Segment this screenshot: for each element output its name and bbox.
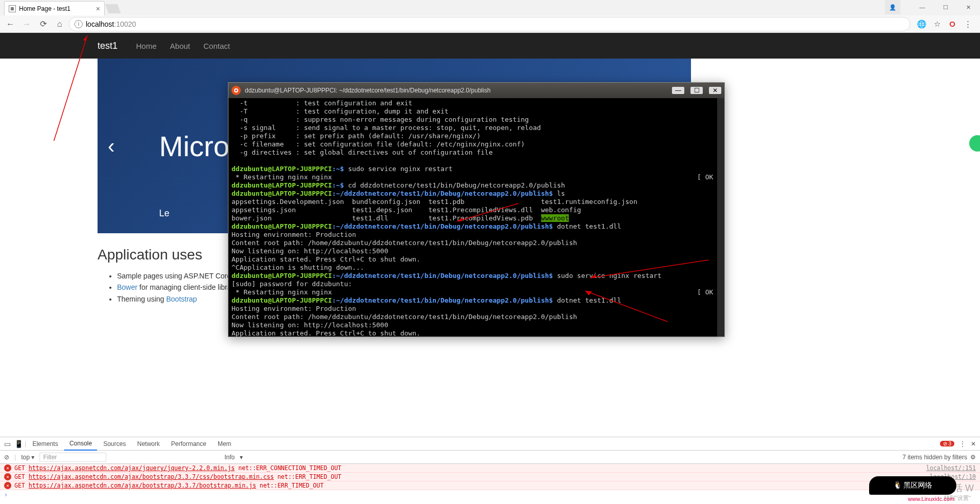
browser-toolbar: ← → ⟳ ⌂ i localhost:10020 🌐 ☆ O ⋮ xyxy=(0,15,980,33)
terminal-window[interactable]: ddzubuntu@LAPTOP-JU8PPPCI: ~/ddzdotnetco… xyxy=(228,82,725,337)
term-minimize-icon[interactable]: — xyxy=(672,87,684,94)
site-info-icon[interactable]: i xyxy=(74,20,83,28)
term-maximize-icon[interactable]: ☐ xyxy=(690,87,703,94)
console-error-row[interactable]: ✕ GET https://ajax.aspnetcdn.com/ajax/jq… xyxy=(0,464,980,473)
console-output: ✕ GET https://ajax.aspnetcdn.com/ajax/jq… xyxy=(0,464,980,499)
terminal-output[interactable]: -t : test configuration and exit -T : te… xyxy=(228,98,724,337)
home-button[interactable]: ⌂ xyxy=(52,17,67,31)
tab-sources[interactable]: Sources xyxy=(98,437,131,451)
console-filter-bar: ⊘ | top ▾ Filter Info ▾ 7 items hidden b… xyxy=(0,451,980,464)
inspect-icon[interactable]: ▭ xyxy=(4,440,13,448)
device-icon[interactable]: 📱 xyxy=(14,440,24,448)
term-close-icon[interactable]: ✕ xyxy=(709,87,721,94)
carousel-prev-icon[interactable]: ‹ xyxy=(108,135,114,158)
context-selector[interactable]: top ▾ xyxy=(21,454,34,461)
tab-memory[interactable]: Mem xyxy=(213,437,237,451)
tab-title: Home Page - test1 xyxy=(19,5,70,12)
address-bar[interactable]: i localhost:10020 xyxy=(69,17,910,31)
nav-contact[interactable]: Contact xyxy=(203,42,230,50)
hero-title: Micro xyxy=(159,129,229,163)
tab-elements[interactable]: Elements xyxy=(27,437,63,451)
error-count-badge[interactable]: ⊘ 3 xyxy=(940,441,954,446)
tab-performance[interactable]: Performance xyxy=(166,437,212,451)
hero-learn-link[interactable]: Le xyxy=(159,208,169,219)
user-icon[interactable]: 👤 xyxy=(885,0,900,14)
log-level-selector[interactable]: Info ▾ xyxy=(224,454,243,461)
terminal-title: ddzubuntu@LAPTOP-JU8PPPCI: ~/ddzdotnetco… xyxy=(245,87,491,94)
opera-icon[interactable]: O xyxy=(947,19,957,29)
window-close-icon[interactable]: ✕ xyxy=(957,0,980,14)
clear-console-icon[interactable]: ⊘ xyxy=(4,454,9,461)
bootstrap-link[interactable]: Bootstrap xyxy=(166,295,197,303)
devtools-menu-icon[interactable]: ⋮ xyxy=(959,440,966,447)
forward-button: → xyxy=(20,17,34,31)
translate-icon[interactable]: 🌐 xyxy=(916,19,927,29)
page-icon: 🗎 xyxy=(9,5,16,12)
devtools-tabs: ▭ 📱 | Elements Console Sources Network P… xyxy=(0,437,980,451)
reload-button[interactable]: ⟳ xyxy=(36,17,50,31)
devtools-panel: ▭ 📱 | Elements Console Sources Network P… xyxy=(0,437,980,504)
error-icon: ✕ xyxy=(4,473,11,480)
settings-icon[interactable]: ⚙ xyxy=(970,454,976,461)
new-tab-button[interactable] xyxy=(105,4,121,13)
browser-titlebar: 🗎 Home Page - test1 × 👤 — ☐ ✕ xyxy=(0,0,980,15)
console-error-row[interactable]: ✕ GET https://ajax.aspnetcdn.com/ajax/bo… xyxy=(0,481,980,490)
error-icon: ✕ xyxy=(4,464,11,472)
nav-about[interactable]: About xyxy=(170,42,190,50)
source-link[interactable]: localhost/:151 xyxy=(926,464,976,472)
tab-network[interactable]: Network xyxy=(132,437,165,451)
back-button[interactable]: ← xyxy=(3,17,17,31)
url-text: localhost:10020 xyxy=(86,20,136,28)
window-minimize-icon[interactable]: — xyxy=(911,0,934,14)
bower-link[interactable]: Bower xyxy=(117,283,138,291)
tab-close-icon[interactable]: × xyxy=(96,5,100,13)
error-icon: ✕ xyxy=(4,482,11,489)
ubuntu-icon xyxy=(232,86,241,95)
hidden-items-text: 7 items hidden by filters xyxy=(902,454,967,461)
bookmark-icon[interactable]: ☆ xyxy=(932,19,942,29)
terminal-scrollbar[interactable] xyxy=(717,98,724,337)
site-brand[interactable]: test1 xyxy=(98,41,118,51)
nav-home[interactable]: Home xyxy=(136,42,157,50)
filter-input[interactable]: Filter xyxy=(40,453,106,462)
window-maximize-icon[interactable]: ☐ xyxy=(934,0,957,14)
console-prompt[interactable]: › xyxy=(0,490,980,499)
console-error-row[interactable]: ✕ GET https://ajax.aspnetcdn.com/ajax/bo… xyxy=(0,473,980,481)
tab-console[interactable]: Console xyxy=(64,437,97,451)
devtools-close-icon[interactable]: ✕ xyxy=(971,440,976,447)
browser-tab[interactable]: 🗎 Home Page - test1 × xyxy=(4,1,105,15)
svg-point-3 xyxy=(235,89,237,91)
site-watermark-logo: 🐧 黑区网络 www.Linuxidc.com xyxy=(869,476,956,495)
terminal-titlebar[interactable]: ddzubuntu@LAPTOP-JU8PPPCI: ~/ddzdotnetco… xyxy=(228,83,724,98)
site-navbar: test1 Home About Contact xyxy=(0,33,980,59)
menu-icon[interactable]: ⋮ xyxy=(963,19,973,29)
